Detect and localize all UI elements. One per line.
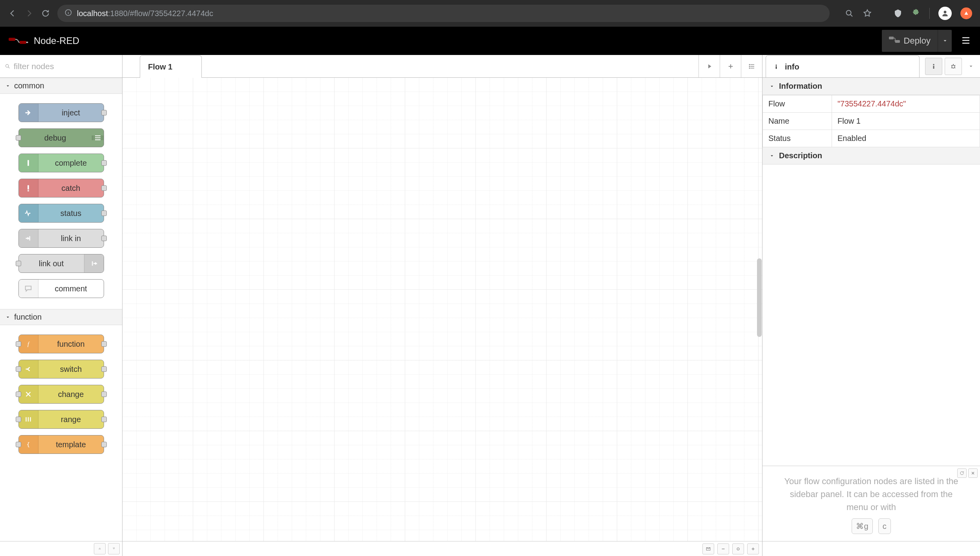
tabs-scroll-right-button[interactable]: [698, 55, 720, 77]
canvas[interactable]: [122, 78, 762, 541]
output-port[interactable]: [101, 110, 107, 115]
zoom-in-button[interactable]: [747, 543, 759, 554]
sidebar: info Information Flow"73554227.4474dc" N…: [762, 55, 980, 556]
search-in-page-icon[interactable]: [845, 9, 854, 18]
svg-point-26: [749, 64, 750, 65]
node-red-logo-icon: [9, 36, 30, 46]
palette-footer: [0, 541, 122, 556]
canvas-scrollbar[interactable]: [757, 78, 762, 541]
chevron-down-icon: [770, 154, 774, 158]
output-port[interactable]: [101, 160, 107, 166]
profile-avatar[interactable]: [938, 7, 952, 20]
link-out-icon: [84, 254, 104, 273]
svg-point-28: [749, 68, 750, 68]
key-hint: ⌘g: [852, 518, 872, 534]
forward-button[interactable]: [24, 9, 34, 18]
reload-button[interactable]: [41, 9, 50, 18]
node-catch[interactable]: catch: [18, 179, 104, 198]
extension-orange-icon[interactable]: [960, 7, 972, 19]
url-text: localhost:1880/#flow/73554227.4474dc: [77, 9, 213, 18]
extension-puzzle-icon[interactable]: [911, 9, 921, 18]
collapse-all-button[interactable]: [94, 543, 106, 554]
svg-point-27: [749, 66, 750, 67]
deploy-options-button[interactable]: [938, 30, 952, 52]
tip-refresh-button[interactable]: [957, 468, 967, 478]
input-port[interactable]: [16, 261, 21, 266]
svg-rect-34: [776, 66, 777, 69]
node-change[interactable]: change: [18, 385, 104, 404]
node-range[interactable]: range: [18, 410, 104, 429]
node-comment[interactable]: comment: [18, 279, 104, 298]
flow-tab[interactable]: Flow 1: [140, 55, 202, 78]
filter-nodes-input[interactable]: [14, 62, 117, 71]
palette-search: [0, 55, 122, 78]
zoom-reset-button[interactable]: [732, 543, 744, 554]
back-button[interactable]: [8, 9, 17, 18]
workspace-footer: [122, 541, 762, 556]
flow-list-button[interactable]: [741, 55, 762, 77]
table-row: NameFlow 1: [763, 113, 980, 130]
node-complete[interactable]: complete: [18, 154, 104, 172]
complete-icon: [19, 154, 38, 172]
chevron-down-icon: [5, 84, 10, 88]
svg-rect-17: [27, 185, 29, 190]
svg-rect-10: [895, 40, 900, 43]
svg-rect-36: [933, 66, 934, 69]
svg-line-40: [954, 65, 955, 66]
node-template[interactable]: { template: [18, 435, 104, 454]
svg-rect-33: [776, 65, 777, 66]
tips-panel: Your flow configuration nodes are listed…: [762, 466, 980, 541]
node-link-in[interactable]: link in: [18, 229, 104, 248]
sidebar-tab-info[interactable]: info: [766, 55, 920, 78]
bookmark-star-icon[interactable]: [863, 9, 872, 18]
tip-close-button[interactable]: [968, 468, 978, 478]
navigator-button[interactable]: [702, 543, 714, 554]
table-row: StatusEnabled: [763, 130, 980, 147]
extension-shield-icon[interactable]: [893, 9, 903, 18]
browser-chrome: localhost:1880/#flow/73554227.4474dc: [0, 0, 980, 27]
site-info-icon[interactable]: [64, 9, 72, 18]
link-in-icon: [19, 229, 38, 247]
deploy-button[interactable]: Deploy: [882, 30, 938, 52]
zoom-out-button[interactable]: [717, 543, 729, 554]
sidebar-info-button[interactable]: [925, 58, 942, 75]
chevron-down-icon: [770, 84, 774, 89]
input-port[interactable]: [16, 135, 21, 141]
node-switch[interactable]: switch: [18, 360, 104, 379]
node-debug[interactable]: debug: [18, 128, 104, 147]
template-icon: {: [19, 435, 38, 454]
node-inject[interactable]: inject: [18, 103, 104, 122]
deploy-group: Deploy: [882, 30, 952, 52]
category-function[interactable]: function: [0, 309, 122, 325]
node-link-out[interactable]: link out: [18, 254, 104, 273]
logo: Node-RED: [9, 35, 79, 46]
flow-id[interactable]: "73554227.4474dc": [832, 95, 980, 113]
menu-button[interactable]: [960, 36, 971, 46]
output-port[interactable]: [101, 185, 107, 191]
svg-text:{: {: [27, 441, 30, 448]
deploy-label: Deploy: [904, 36, 931, 46]
svg-line-4: [850, 15, 852, 16]
category-common[interactable]: common: [0, 78, 122, 94]
deploy-icon: [889, 36, 900, 46]
svg-rect-8: [26, 42, 28, 43]
comment-icon: [19, 280, 38, 298]
svg-rect-9: [889, 37, 894, 39]
node-function[interactable]: f function: [18, 335, 104, 353]
svg-rect-18: [27, 190, 29, 192]
section-information[interactable]: Information: [762, 78, 980, 95]
sidebar-more-button[interactable]: [964, 64, 978, 69]
output-port[interactable]: [101, 236, 107, 241]
expand-all-button[interactable]: [108, 543, 120, 554]
add-flow-button[interactable]: [720, 55, 741, 77]
change-icon: [19, 385, 38, 403]
section-description[interactable]: Description: [762, 147, 980, 165]
output-port[interactable]: [101, 210, 107, 216]
info-table: Flow"73554227.4474dc" NameFlow 1 StatusE…: [762, 95, 980, 147]
node-status[interactable]: status: [18, 204, 104, 223]
url-bar[interactable]: localhost:1880/#flow/73554227.4474dc: [57, 5, 830, 22]
sidebar-debug-button[interactable]: [945, 58, 962, 75]
tabs-row: Flow 1: [122, 55, 762, 78]
svg-line-42: [954, 68, 955, 68]
sidebar-footer: [762, 541, 980, 556]
